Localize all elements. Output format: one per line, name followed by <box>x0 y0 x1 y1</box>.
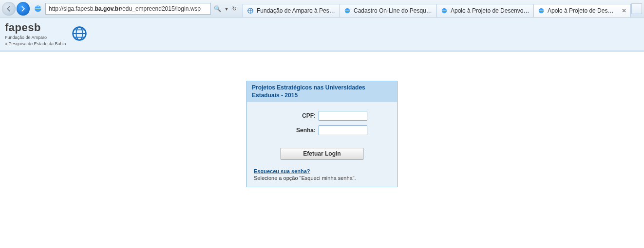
ie-icon <box>441 7 448 14</box>
brand-logo: fapesb Fundação de Amparo à Pesquisa do … <box>5 21 89 47</box>
senha-label: Senha: <box>277 127 316 134</box>
forgot-password-text: Selecione a opção "Esqueci minha senha". <box>254 175 390 181</box>
tab-label: Fundação de Amparo à Pesqui... <box>257 7 336 14</box>
login-button-row: Efetuar Login <box>254 148 390 159</box>
content-area: Projetos Estratégicos nas Universidades … <box>0 52 644 187</box>
brand-sub2: à Pesquisa do Estado da Bahia <box>5 41 66 47</box>
browser-chrome: http://siga.fapesb.ba.gov.br/edu_empreen… <box>0 0 644 18</box>
tab-strip: Fundação de Amparo à Pesqui... Cadastro … <box>243 0 642 18</box>
back-button[interactable] <box>2 2 16 16</box>
brand-sub1: Fundação de Amparo <box>5 35 66 40</box>
tab-label: Cadastro On-Line do Pesquisa... <box>354 7 433 14</box>
tab-apoio-2[interactable]: Apoio à Projeto de Desenvo... ✕ <box>533 4 631 18</box>
url-host: ba.gov.br <box>95 5 121 12</box>
forward-button[interactable] <box>17 2 30 16</box>
url-prefix: http://siga.fapesb. <box>49 5 95 12</box>
senha-row: Senha: <box>254 125 390 135</box>
tab-cadastro[interactable]: Cadastro On-Line do Pesquisa... <box>340 4 437 18</box>
tab-label: Apoio à Projeto de Desenvolvi... <box>451 7 530 14</box>
new-tab-button[interactable] <box>631 3 642 14</box>
senha-input[interactable] <box>319 125 367 135</box>
login-body: CPF: Senha: Efetuar Login Esqueceu sua s… <box>247 102 397 187</box>
ie-icon <box>344 7 351 14</box>
close-tab-icon[interactable]: ✕ <box>622 7 626 14</box>
address-bar[interactable]: http://siga.fapesb.ba.gov.br/edu_empreen… <box>45 3 211 15</box>
arrow-right-icon <box>19 5 26 12</box>
cpf-label: CPF: <box>277 112 316 119</box>
refresh-icon[interactable]: ↻ <box>232 6 237 12</box>
cpf-input[interactable] <box>319 111 367 121</box>
forgot-password-link[interactable]: Esqueceu sua senha? <box>254 168 310 174</box>
fapesb-icon <box>247 7 254 14</box>
globe-icon <box>70 24 89 44</box>
ie-icon <box>538 7 545 14</box>
brand-name: fapesb <box>5 21 66 34</box>
tab-apoio-1[interactable]: Apoio à Projeto de Desenvolvi... <box>436 4 534 18</box>
url-suffix: /edu_empreend2015/login.wsp <box>121 5 201 12</box>
login-title: Projetos Estratégicos nas Universidades … <box>247 81 397 102</box>
cpf-row: CPF: <box>254 111 390 121</box>
page-header: fapesb Fundação de Amparo à Pesquisa do … <box>0 18 644 52</box>
ie-icon <box>34 4 42 13</box>
search-icon[interactable]: 🔍 <box>214 6 221 12</box>
tab-label: Apoio à Projeto de Desenvo... <box>548 7 617 14</box>
tab-fundacao[interactable]: Fundação de Amparo à Pesqui... <box>243 4 340 18</box>
login-card: Projetos Estratégicos nas Universidades … <box>246 81 398 187</box>
dropdown-icon[interactable]: ▾ <box>225 6 228 12</box>
address-controls: 🔍 ▾ ↻ <box>214 6 237 12</box>
login-button[interactable]: Efetuar Login <box>281 148 363 159</box>
arrow-left-icon <box>5 5 12 12</box>
